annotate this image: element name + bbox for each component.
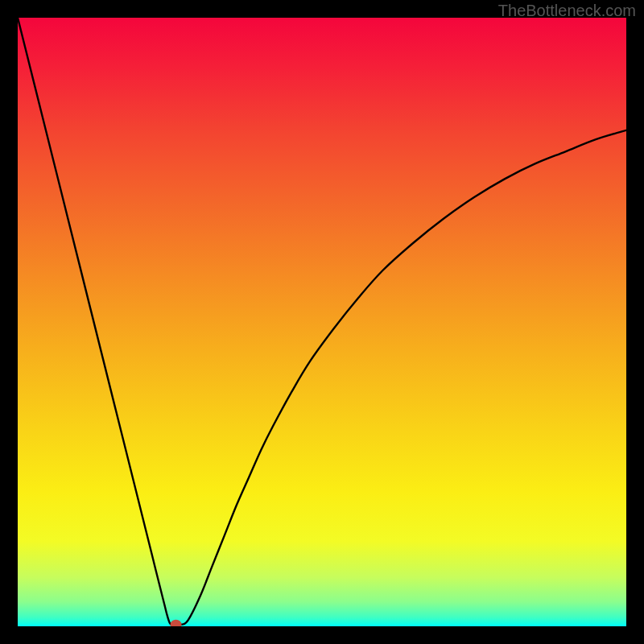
- chart-frame: [18, 18, 626, 626]
- watermark-text: TheBottleneck.com: [498, 2, 636, 20]
- bottleneck-chart: [18, 18, 626, 626]
- gradient-background: [18, 18, 626, 626]
